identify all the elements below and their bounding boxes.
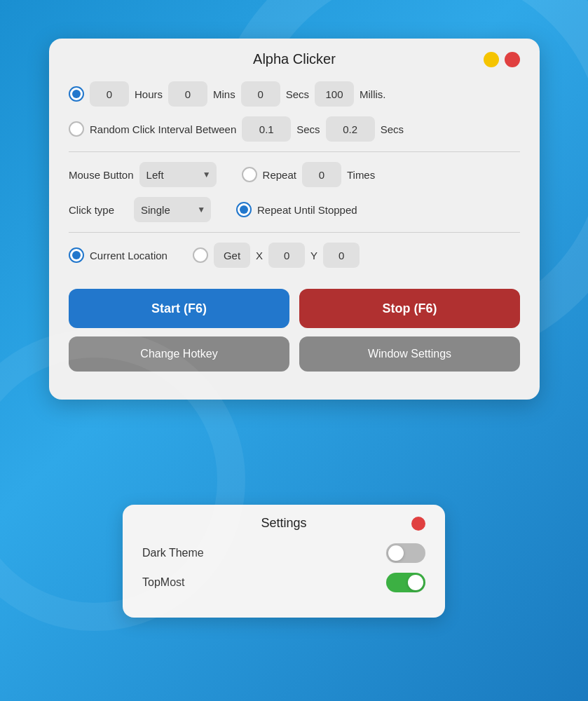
millis-input[interactable] [315, 81, 354, 107]
fixed-interval-radio[interactable] [69, 86, 84, 102]
window-settings-button[interactable]: Window Settings [299, 336, 520, 372]
random-secs1-label: Secs [296, 123, 320, 135]
divider2 [69, 232, 520, 233]
topmost-label: TopMost [142, 576, 184, 589]
y-label: Y [310, 250, 317, 261]
mouse-button-select[interactable]: Left Right Middle [139, 162, 217, 187]
dark-theme-toggle[interactable] [386, 543, 425, 563]
mouse-button-row: Mouse Button Left Right Middle ▼ Repeat … [69, 162, 520, 187]
current-location-label: Current Location [90, 250, 167, 261]
start-button[interactable]: Start (F6) [69, 289, 289, 328]
repeat-radio[interactable] [242, 167, 257, 182]
repeat-label: Repeat [263, 169, 296, 181]
repeat-value-input[interactable] [302, 162, 341, 187]
repeat-until-label: Repeat Until Stopped [257, 204, 357, 216]
secs-label: Secs [286, 88, 309, 100]
mins-input[interactable] [168, 81, 207, 107]
repeat-until-radio[interactable] [236, 202, 252, 217]
dark-theme-row: Dark Theme [142, 543, 425, 563]
mouse-button-label: Mouse Button [69, 169, 134, 181]
millis-label: Millis. [360, 88, 386, 100]
divider1 [69, 151, 520, 152]
settings-title-bar: Settings [142, 516, 425, 531]
app-title: Alpha Clicker [253, 51, 336, 67]
times-label: Times [347, 169, 375, 181]
click-type-dropdown-wrapper: Single Double ▼ [134, 197, 211, 222]
random-interval-row: Random Click Interval Between Secs Secs [69, 116, 520, 142]
topmost-row: TopMost [142, 573, 425, 592]
hours-input[interactable] [90, 81, 129, 107]
click-type-label: Click type [69, 204, 114, 216]
x-input[interactable] [268, 243, 305, 268]
secondary-buttons-row: Change Hotkey Window Settings [69, 336, 520, 372]
random-secs2-label: Secs [381, 123, 404, 135]
random-interval-label: Random Click Interval Between [90, 123, 236, 135]
title-bar: Alpha Clicker [69, 51, 520, 67]
random-secs1-input[interactable] [242, 116, 291, 142]
main-window: Alpha Clicker Hours Mins Secs Millis. Ra… [49, 39, 540, 400]
click-type-row: Click type Single Double ▼ Repeat Until … [69, 197, 520, 222]
get-button[interactable]: Get [214, 243, 250, 268]
close-button[interactable] [505, 52, 520, 67]
coords-radio[interactable] [193, 247, 208, 263]
mins-label: Mins [213, 88, 235, 100]
hours-label: Hours [135, 88, 163, 100]
start-stop-row: Start (F6) Stop (F6) [69, 289, 520, 328]
y-input[interactable] [323, 243, 360, 268]
title-bar-buttons [484, 52, 520, 67]
dark-theme-toggle-knob [388, 545, 404, 561]
random-secs2-input[interactable] [326, 116, 375, 142]
topmost-toggle[interactable] [386, 573, 425, 592]
change-hotkey-button[interactable]: Change Hotkey [69, 336, 289, 372]
fixed-interval-row: Hours Mins Secs Millis. [69, 81, 520, 107]
settings-title: Settings [261, 516, 306, 531]
secs-input[interactable] [241, 81, 280, 107]
settings-close-button[interactable] [411, 517, 425, 531]
click-type-select[interactable]: Single Double [134, 197, 211, 222]
mouse-button-dropdown-wrapper: Left Right Middle ▼ [139, 162, 217, 187]
current-location-radio[interactable] [69, 247, 84, 263]
stop-button[interactable]: Stop (F6) [299, 289, 520, 328]
topmost-toggle-knob [408, 575, 423, 590]
minimize-button[interactable] [484, 52, 499, 67]
random-interval-radio[interactable] [69, 121, 84, 137]
x-label: X [256, 250, 263, 261]
dark-theme-label: Dark Theme [142, 547, 204, 559]
location-row: Current Location Get X Y [69, 243, 520, 268]
settings-window: Settings Dark Theme TopMost [123, 505, 445, 618]
